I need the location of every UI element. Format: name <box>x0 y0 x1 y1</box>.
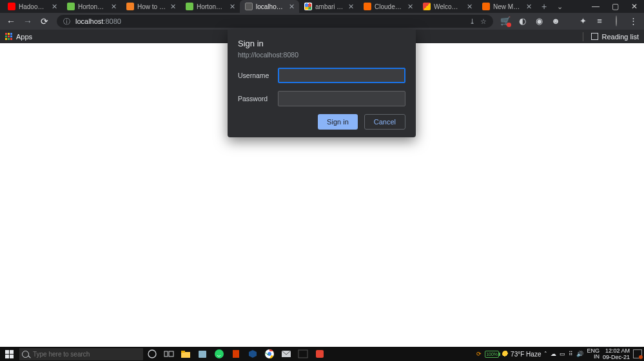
cortana-button[interactable] <box>144 348 160 360</box>
taskbar-app-explorer[interactable] <box>178 348 193 360</box>
back-button[interactable]: ← <box>4 14 18 28</box>
taskbar-app-mail[interactable] <box>278 348 294 360</box>
svg-rect-7 <box>233 350 239 358</box>
tab-title: Hortonworks <box>197 3 225 10</box>
tab-favicon-icon <box>126 3 134 10</box>
search-icon <box>22 351 29 358</box>
window-controls: — ▢ ✕ <box>586 0 644 13</box>
svg-rect-4 <box>181 351 185 353</box>
install-app-icon[interactable]: ⤓ <box>469 17 475 26</box>
apps-shortcut[interactable]: Apps <box>5 33 32 41</box>
tab-title: ambari GUI not <box>315 3 344 10</box>
forward-button[interactable]: → <box>21 14 35 28</box>
windows-taskbar: ⟳ 100% 73°F Haze ˄ ☁ ▭ ⠿ 🔊 ENG IN 12:02 … <box>0 347 644 361</box>
tray-battery-icon[interactable]: ▭ <box>560 351 565 357</box>
tab-close-button[interactable]: ✕ <box>228 3 236 11</box>
start-button[interactable] <box>1 348 17 360</box>
weather-text: 73°F Haze <box>511 351 541 358</box>
window-close-button[interactable]: ✕ <box>625 0 644 13</box>
browser-tab[interactable]: ambari GUI not✕ <box>299 0 358 13</box>
extension-shield-icon[interactable]: ◐ <box>515 14 529 28</box>
username-input[interactable] <box>278 68 405 83</box>
browser-tab[interactable]: Hortonworks✕ <box>181 0 240 13</box>
url-host: localhost <box>75 17 103 25</box>
chrome-menu-button[interactable]: ⋮ <box>626 14 640 28</box>
tab-close-button[interactable]: ✕ <box>169 3 177 11</box>
weather-widget[interactable]: 73°F Haze <box>502 351 541 358</box>
browser-tab[interactable]: Cloudera Registration✕ <box>358 0 418 13</box>
profile-avatar[interactable] <box>609 14 623 28</box>
reading-list-shortcut-icon[interactable]: ≡ <box>592 14 607 28</box>
browser-tab[interactable]: localhost:8080✕ <box>240 0 299 13</box>
browser-tab[interactable]: New Message✕ <box>477 0 536 13</box>
tab-close-button[interactable]: ✕ <box>110 3 117 11</box>
tab-favicon-icon <box>8 3 15 10</box>
http-auth-dialog: Sign in http://localhost:8080 Username P… <box>228 30 416 137</box>
extension-shopping-icon[interactable]: 🛒 <box>498 14 512 28</box>
tab-close-button[interactable]: ✕ <box>525 3 532 11</box>
tab-favicon-icon <box>364 3 371 10</box>
apps-grid-icon <box>5 33 12 40</box>
signin-button[interactable]: Sign in <box>318 114 358 130</box>
tab-title: How to kill a process <box>137 3 166 10</box>
cancel-button[interactable]: Cancel <box>364 114 405 130</box>
battery-status[interactable]: 100% <box>485 351 499 358</box>
reading-list-button[interactable]: Reading list <box>602 33 639 41</box>
taskbar-search[interactable] <box>19 348 143 360</box>
tab-favicon-icon <box>186 3 193 10</box>
browser-tab[interactable]: Hadoop Sandbox✕ <box>3 0 62 13</box>
window-maximize-button[interactable]: ▢ <box>605 0 625 13</box>
tab-close-button[interactable]: ✕ <box>406 3 414 11</box>
tab-close-button[interactable]: ✕ <box>347 3 355 11</box>
extension-face-icon[interactable]: ☻ <box>549 14 563 28</box>
browser-tab[interactable]: How to kill a process✕ <box>121 0 181 13</box>
tab-title: Welcome to Cloudera <box>434 3 462 10</box>
tray-clock-date[interactable]: 09-Dec-21 <box>603 354 630 360</box>
tray-clock-time[interactable]: 12:02 AM <box>605 347 630 354</box>
input-language-secondary[interactable]: IN <box>594 353 600 360</box>
tray-onedrive-icon[interactable]: ☁ <box>551 351 556 357</box>
task-view-button[interactable] <box>161 348 177 360</box>
tray-wifi-icon[interactable]: ⠿ <box>569 351 573 357</box>
tab-close-button[interactable]: ✕ <box>288 3 295 11</box>
taskbar-app-chrome[interactable] <box>262 348 277 360</box>
address-bar[interactable]: ⓘ localhost:8080 ⤓ ☆ <box>57 15 493 28</box>
password-input[interactable] <box>278 91 405 106</box>
tabs-overflow-chevron-icon[interactable]: ⌄ <box>552 0 567 13</box>
extension-circle-icon[interactable]: ◉ <box>532 14 546 28</box>
svg-rect-13 <box>316 350 324 358</box>
username-label: Username <box>238 72 271 79</box>
taskbar-app-terminal[interactable] <box>295 348 311 360</box>
taskbar-app-whatsapp[interactable] <box>211 348 227 360</box>
tab-title: Cloudera Registration <box>375 3 403 10</box>
tray-updates-icon[interactable]: ⟳ <box>476 351 482 357</box>
tray-volume-icon[interactable]: 🔊 <box>576 351 583 357</box>
tab-title: localhost:8080 <box>256 3 284 10</box>
new-tab-button[interactable]: + <box>536 0 552 13</box>
window-minimize-button[interactable]: — <box>586 0 605 13</box>
tab-close-button[interactable]: ✕ <box>50 3 58 11</box>
browser-tab[interactable]: Welcome to Cloudera✕ <box>418 0 477 13</box>
dialog-origin: http://localhost:8080 <box>238 51 405 59</box>
taskbar-app-office[interactable] <box>228 348 244 360</box>
svg-rect-2 <box>169 351 173 356</box>
toolbar: ← → ⟳ ⓘ localhost:8080 ⤓ ☆ 🛒 ◐ ◉ ☻ ✦ ≡ ⋮ <box>0 13 644 30</box>
bookmark-star-icon[interactable]: ☆ <box>480 17 487 26</box>
apps-label: Apps <box>16 33 32 41</box>
taskbar-search-input[interactable] <box>33 351 139 358</box>
taskbar-app-todoist[interactable] <box>312 348 327 360</box>
taskbar-app-store[interactable] <box>195 348 210 360</box>
svg-rect-12 <box>298 350 307 358</box>
svg-marker-8 <box>249 350 257 358</box>
reload-button[interactable]: ⟳ <box>37 14 52 28</box>
tab-close-button[interactable]: ✕ <box>465 3 473 11</box>
extensions-puzzle-icon[interactable]: ✦ <box>576 14 590 28</box>
action-center-button[interactable] <box>633 349 642 358</box>
browser-tab[interactable]: Hortonworks✕ <box>62 0 121 13</box>
tab-favicon-icon <box>67 3 75 10</box>
site-info-icon[interactable]: ⓘ <box>63 17 70 26</box>
taskbar-app-vbox[interactable] <box>245 348 260 360</box>
tray-chevron-icon[interactable]: ˄ <box>544 351 547 357</box>
weather-icon <box>502 351 509 357</box>
tab-favicon-icon <box>245 3 253 10</box>
